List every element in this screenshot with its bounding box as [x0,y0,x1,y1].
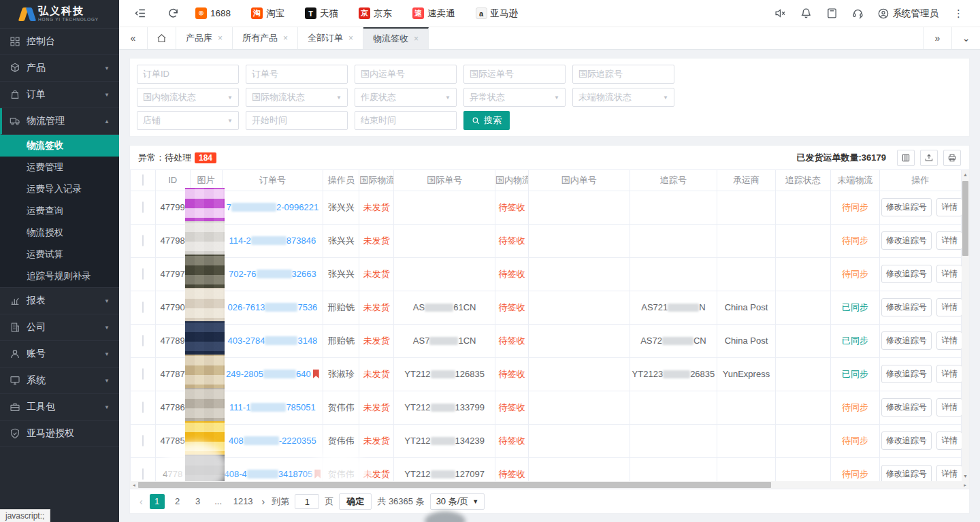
search-select-2-0[interactable]: 国内物流状态▼ [137,88,239,107]
submenu-item-3[interactable]: 运费查询 [0,200,119,222]
page-number-1213[interactable]: 1213 [231,494,255,509]
row-checkbox[interactable] [142,268,144,280]
tabs-menu-icon[interactable]: ⌄ [951,27,980,49]
platform-link-0[interactable]: ⌾ 1688 [195,7,231,19]
submenu-item-1[interactable]: 运费管理 [0,157,119,178]
edit-tracking-button[interactable]: 修改追踪号 [881,198,932,216]
search-select-2-4[interactable]: 末端物流状态▼ [572,88,674,107]
collapse-sidebar-icon[interactable] [129,0,152,27]
search-input-1-3[interactable]: 国际运单号 [463,65,566,84]
user-menu[interactable]: 系统管理员 [872,7,945,20]
notifications-bell-icon[interactable] [795,0,818,27]
close-tab-icon[interactable]: × [414,34,419,44]
edit-tracking-button[interactable]: 修改追踪号 [881,398,932,417]
details-button[interactable]: 详情 [936,431,962,450]
order-number-link[interactable]: 702-7632663 [222,257,323,291]
confirm-page-button[interactable]: 确定 [339,493,372,510]
search-input-1-0[interactable]: 订单ID [137,65,239,84]
submenu-item-0[interactable]: 物流签收 [0,135,119,157]
search-button[interactable]: 搜索 [463,111,510,130]
platform-link-5[interactable]: a 亚马逊 [476,7,519,20]
refresh-icon[interactable] [161,0,184,27]
tab-2[interactable]: 全部订单 × [298,27,363,49]
row-checkbox[interactable] [142,468,144,480]
submenu-item-4[interactable]: 物流授权 [0,222,119,244]
order-number-link[interactable]: 026-76137536 [222,291,323,324]
sidebar-item-0[interactable]: 控制台 [0,29,119,55]
vertical-scrollbar-thumb[interactable] [962,181,968,256]
sidebar-item-1[interactable]: 产品 ▼ [0,55,119,82]
details-button[interactable]: 详情 [936,465,962,481]
home-tab-icon[interactable] [148,27,176,49]
order-number-link[interactable]: 114-2873846 [222,224,323,257]
mute-icon[interactable] [769,0,792,27]
order-number-link[interactable]: 408-2220355 [222,424,323,457]
sidebar-item-8[interactable]: 工具包 ▼ [0,394,119,421]
sidebar-item-5[interactable]: 公司 ▼ [0,314,119,341]
submenu-item-5[interactable]: 运费试算 [0,244,119,265]
sidebar-item-3[interactable]: 物流管理 ▲ [0,108,119,135]
platform-link-2[interactable]: T 天猫 [305,7,338,20]
search-select-3-0[interactable]: 店铺▼ [137,111,239,130]
more-options-icon[interactable]: ⋮ [947,7,970,20]
vertical-scrollbar[interactable]: ▲▼ [962,170,969,481]
details-button[interactable]: 详情 [936,365,962,383]
submenu-item-2[interactable]: 运费导入记录 [0,178,119,200]
submenu-item-6[interactable]: 追踪号规则补录 [0,265,119,287]
print-icon[interactable] [943,150,961,166]
row-checkbox[interactable] [142,402,144,413]
prev-page-icon[interactable]: ‹ [138,496,144,507]
row-checkbox[interactable] [142,301,144,313]
tabs-scroll-right-icon[interactable]: » [923,27,951,49]
page-number-1[interactable]: 1 [150,494,165,509]
search-input-1-2[interactable]: 国内运单号 [355,65,457,84]
sidebar-item-6[interactable]: 账号 ▼ [0,341,119,368]
page-number-3[interactable]: 3 [191,494,206,509]
edit-tracking-button[interactable]: 修改追踪号 [881,365,932,383]
platform-link-3[interactable]: 京 京东 [359,7,392,20]
details-button[interactable]: 详情 [936,265,962,283]
edit-tracking-button[interactable]: 修改追踪号 [881,465,932,481]
row-checkbox[interactable] [142,201,144,213]
edit-tracking-button[interactable]: 修改追踪号 [881,298,932,316]
platform-link-4[interactable]: 速 速卖通 [412,7,455,20]
order-number-link[interactable]: 72-0996221 [222,191,323,224]
tab-1[interactable]: 所有产品 × [233,27,298,49]
export-icon[interactable] [920,150,938,166]
search-select-2-1[interactable]: 国际物流状态▼ [246,88,348,107]
order-number-link[interactable]: 403-27843148 [222,324,323,357]
sidebar-item-9[interactable]: 亚马逊授权 [0,421,119,447]
order-number-link[interactable]: 111-1785051 [222,391,323,424]
horizontal-scrollbar-thumb[interactable] [138,482,771,488]
search-select-2-3[interactable]: 异常状态▼ [463,88,566,107]
calculator-icon[interactable] [821,0,844,27]
edit-tracking-button[interactable]: 修改追踪号 [881,431,932,450]
tabs-scroll-left-icon[interactable]: « [119,27,148,49]
page-size-select[interactable]: 30 条/页▼ [430,493,485,510]
tab-0[interactable]: 产品库 × [176,27,233,49]
next-page-icon[interactable]: › [261,496,267,507]
search-input-3-1[interactable]: 开始时间 [246,111,348,130]
column-settings-icon[interactable] [897,150,915,166]
close-tab-icon[interactable]: × [283,33,288,43]
details-button[interactable]: 详情 [936,298,962,316]
details-button[interactable]: 详情 [936,331,962,350]
tab-3[interactable]: 物流签收 × [363,27,429,49]
details-button[interactable]: 详情 [936,198,962,216]
platform-link-1[interactable]: 淘 淘宝 [251,7,284,20]
page-number-2[interactable]: 2 [170,494,185,509]
exception-count-badge[interactable]: 184 [195,152,216,163]
horizontal-scrollbar[interactable]: ◂▸ [130,481,969,489]
search-input-3-2[interactable]: 结束时间 [355,111,457,130]
sidebar-item-7[interactable]: 系统 ▼ [0,368,119,394]
edit-tracking-button[interactable]: 修改追踪号 [881,331,932,350]
row-checkbox[interactable] [142,435,144,446]
customer-service-icon[interactable] [847,0,870,27]
details-button[interactable]: 详情 [936,398,962,417]
close-tab-icon[interactable]: × [218,33,223,43]
product-image[interactable] [185,455,225,482]
row-checkbox[interactable] [142,335,144,346]
search-select-2-2[interactable]: 作废状态▼ [355,88,457,107]
row-checkbox[interactable] [142,235,144,246]
search-input-1-1[interactable]: 订单号 [246,65,348,84]
